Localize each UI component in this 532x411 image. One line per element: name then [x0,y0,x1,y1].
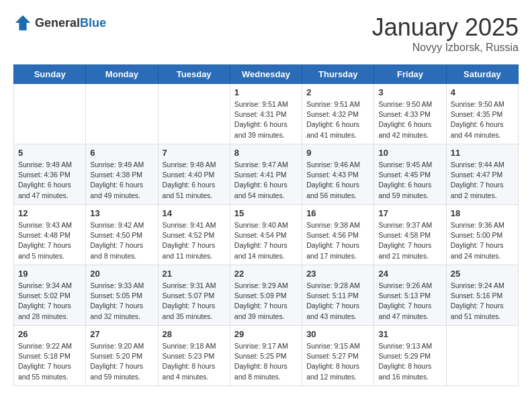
day-number: 27 [90,329,153,339]
calendar-day-cell: 5Sunrise: 9:49 AM Sunset: 4:36 PM Daylig… [14,144,86,205]
calendar-day-cell: 25Sunrise: 9:24 AM Sunset: 5:16 PM Dayli… [446,265,518,326]
weekday-header-row: SundayMondayTuesdayWednesdayThursdayFrid… [14,65,519,84]
day-number: 19 [18,269,81,279]
calendar-day-cell [446,326,518,386]
day-info: Sunrise: 9:38 AM Sunset: 4:56 PM Dayligh… [306,220,369,261]
day-number: 16 [306,208,369,218]
calendar-day-cell: 7Sunrise: 9:48 AM Sunset: 4:40 PM Daylig… [158,144,230,205]
calendar-week-row: 12Sunrise: 9:43 AM Sunset: 4:48 PM Dayli… [14,205,519,265]
day-info: Sunrise: 9:31 AM Sunset: 5:07 PM Dayligh… [163,281,226,322]
day-info: Sunrise: 9:50 AM Sunset: 4:33 PM Dayligh… [378,99,441,140]
weekday-header-cell: Sunday [14,65,86,84]
day-number: 12 [18,208,81,218]
day-info: Sunrise: 9:48 AM Sunset: 4:40 PM Dayligh… [163,160,226,201]
day-number: 3 [378,87,441,97]
weekday-header-cell: Monday [86,65,158,84]
logo-general: General [35,16,80,30]
calendar-day-cell: 19Sunrise: 9:34 AM Sunset: 5:02 PM Dayli… [14,265,86,326]
day-number: 29 [234,329,298,339]
day-number: 26 [18,329,81,339]
day-number: 8 [234,148,298,158]
day-number: 21 [163,269,226,279]
day-number: 24 [378,269,441,279]
calendar-week-row: 26Sunrise: 9:22 AM Sunset: 5:18 PM Dayli… [14,326,519,386]
day-info: Sunrise: 9:49 AM Sunset: 4:36 PM Dayligh… [18,160,81,201]
day-number: 30 [306,329,369,339]
calendar-day-cell: 2Sunrise: 9:51 AM Sunset: 4:32 PM Daylig… [302,84,374,144]
day-number: 14 [163,208,226,218]
day-info: Sunrise: 9:41 AM Sunset: 4:52 PM Dayligh… [163,220,226,261]
day-number: 20 [90,269,153,279]
day-info: Sunrise: 9:42 AM Sunset: 4:50 PM Dayligh… [90,220,153,261]
day-info: Sunrise: 9:37 AM Sunset: 4:58 PM Dayligh… [378,220,441,261]
day-info: Sunrise: 9:17 AM Sunset: 5:25 PM Dayligh… [234,341,298,382]
day-number: 6 [90,148,153,158]
calendar-day-cell: 26Sunrise: 9:22 AM Sunset: 5:18 PM Dayli… [14,326,86,386]
day-info: Sunrise: 9:18 AM Sunset: 5:23 PM Dayligh… [163,341,226,382]
month-title: January 2025 [372,13,519,42]
calendar-day-cell: 1Sunrise: 9:51 AM Sunset: 4:31 PM Daylig… [230,84,302,144]
day-info: Sunrise: 9:33 AM Sunset: 5:05 PM Dayligh… [90,281,153,322]
calendar-day-cell: 24Sunrise: 9:26 AM Sunset: 5:13 PM Dayli… [374,265,446,326]
day-info: Sunrise: 9:24 AM Sunset: 5:16 PM Dayligh… [451,281,514,322]
calendar-day-cell: 6Sunrise: 9:49 AM Sunset: 4:38 PM Daylig… [86,144,158,205]
calendar-day-cell: 20Sunrise: 9:33 AM Sunset: 5:05 PM Dayli… [86,265,158,326]
page-header: GeneralBlue January 2025 Novyy Izborsk, … [13,13,519,54]
calendar-table: SundayMondayTuesdayWednesdayThursdayFrid… [13,64,519,386]
calendar-day-cell: 13Sunrise: 9:42 AM Sunset: 4:50 PM Dayli… [86,205,158,265]
calendar-day-cell: 4Sunrise: 9:50 AM Sunset: 4:35 PM Daylig… [446,84,518,144]
calendar-day-cell: 11Sunrise: 9:44 AM Sunset: 4:47 PM Dayli… [446,144,518,205]
weekday-header-cell: Wednesday [230,65,302,84]
day-info: Sunrise: 9:22 AM Sunset: 5:18 PM Dayligh… [18,341,81,382]
logo: GeneralBlue [13,13,106,32]
weekday-header-cell: Thursday [302,65,374,84]
calendar-day-cell: 21Sunrise: 9:31 AM Sunset: 5:07 PM Dayli… [158,265,230,326]
day-info: Sunrise: 9:13 AM Sunset: 5:29 PM Dayligh… [378,341,441,382]
day-number: 10 [378,148,441,158]
calendar-day-cell: 10Sunrise: 9:45 AM Sunset: 4:45 PM Dayli… [374,144,446,205]
calendar-day-cell: 8Sunrise: 9:47 AM Sunset: 4:41 PM Daylig… [230,144,302,205]
calendar-week-row: 1Sunrise: 9:51 AM Sunset: 4:31 PM Daylig… [14,84,519,144]
calendar-day-cell: 15Sunrise: 9:40 AM Sunset: 4:54 PM Dayli… [230,205,302,265]
day-number: 28 [163,329,226,339]
calendar-day-cell [86,84,158,144]
calendar-day-cell: 12Sunrise: 9:43 AM Sunset: 4:48 PM Dayli… [14,205,86,265]
logo-icon [13,13,32,32]
calendar-day-cell: 18Sunrise: 9:36 AM Sunset: 5:00 PM Dayli… [446,205,518,265]
day-number: 11 [451,148,514,158]
calendar-day-cell: 22Sunrise: 9:29 AM Sunset: 5:09 PM Dayli… [230,265,302,326]
weekday-header-cell: Saturday [446,65,518,84]
day-number: 23 [306,269,369,279]
day-number: 9 [306,148,369,158]
day-info: Sunrise: 9:15 AM Sunset: 5:27 PM Dayligh… [306,341,369,382]
day-info: Sunrise: 9:28 AM Sunset: 5:11 PM Dayligh… [306,281,369,322]
day-number: 5 [18,148,81,158]
calendar-day-cell: 23Sunrise: 9:28 AM Sunset: 5:11 PM Dayli… [302,265,374,326]
location-title: Novyy Izborsk, Russia [372,42,519,54]
calendar-day-cell: 28Sunrise: 9:18 AM Sunset: 5:23 PM Dayli… [158,326,230,386]
calendar-day-cell: 27Sunrise: 9:20 AM Sunset: 5:20 PM Dayli… [86,326,158,386]
day-number: 25 [451,269,514,279]
day-number: 17 [378,208,441,218]
day-number: 18 [451,208,514,218]
calendar-day-cell [158,84,230,144]
day-info: Sunrise: 9:20 AM Sunset: 5:20 PM Dayligh… [90,341,153,382]
calendar-day-cell: 29Sunrise: 9:17 AM Sunset: 5:25 PM Dayli… [230,326,302,386]
day-info: Sunrise: 9:46 AM Sunset: 4:43 PM Dayligh… [306,160,369,201]
day-info: Sunrise: 9:50 AM Sunset: 4:35 PM Dayligh… [451,99,514,140]
day-number: 2 [306,87,369,97]
calendar-body: 1Sunrise: 9:51 AM Sunset: 4:31 PM Daylig… [14,84,519,386]
title-block: January 2025 Novyy Izborsk, Russia [372,13,519,54]
calendar-day-cell [14,84,86,144]
calendar-day-cell: 9Sunrise: 9:46 AM Sunset: 4:43 PM Daylig… [302,144,374,205]
weekday-header-cell: Friday [374,65,446,84]
calendar-day-cell: 3Sunrise: 9:50 AM Sunset: 4:33 PM Daylig… [374,84,446,144]
day-info: Sunrise: 9:45 AM Sunset: 4:45 PM Dayligh… [378,160,441,201]
day-number: 4 [451,87,514,97]
day-number: 13 [90,208,153,218]
day-info: Sunrise: 9:49 AM Sunset: 4:38 PM Dayligh… [90,160,153,201]
day-info: Sunrise: 9:40 AM Sunset: 4:54 PM Dayligh… [234,220,298,261]
day-number: 22 [234,269,298,279]
day-info: Sunrise: 9:44 AM Sunset: 4:47 PM Dayligh… [451,160,514,201]
calendar-day-cell: 14Sunrise: 9:41 AM Sunset: 4:52 PM Dayli… [158,205,230,265]
